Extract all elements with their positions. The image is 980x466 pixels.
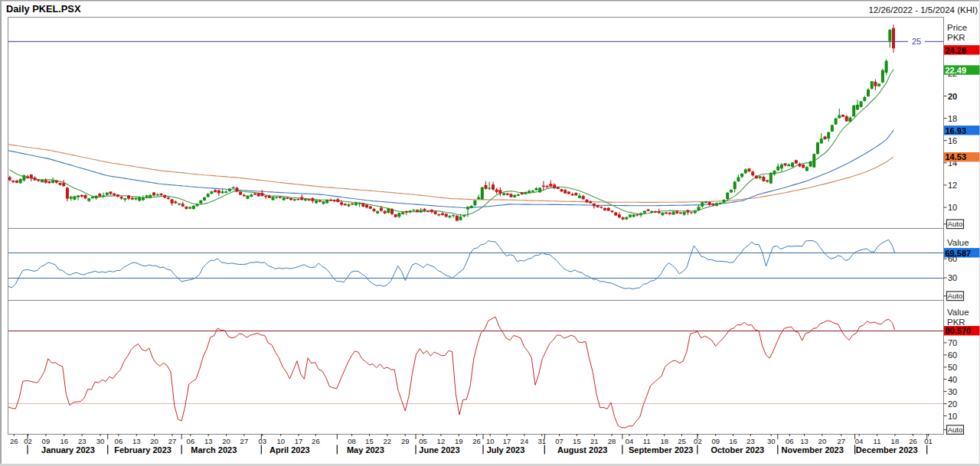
svg-text:30: 30	[948, 273, 957, 282]
svg-text:50: 50	[948, 363, 957, 372]
svg-text:09: 09	[711, 437, 720, 445]
svg-text:11: 11	[874, 437, 881, 445]
svg-text:60: 60	[948, 350, 957, 360]
svg-text:13: 13	[204, 437, 213, 445]
svg-text:70: 70	[948, 338, 957, 347]
svg-text:Price: Price	[947, 23, 967, 32]
svg-text:January 2023: January 2023	[41, 445, 95, 455]
svg-text:13: 13	[800, 437, 808, 445]
svg-text:17: 17	[295, 437, 303, 445]
svg-text:30: 30	[96, 437, 105, 445]
svg-text:22: 22	[384, 437, 392, 445]
svg-text:19: 19	[455, 437, 463, 445]
svg-text:20: 20	[150, 437, 158, 445]
svg-text:PKR: PKR	[947, 33, 965, 42]
svg-text:12: 12	[948, 181, 957, 190]
svg-text:06: 06	[786, 437, 794, 445]
svg-text:06: 06	[187, 437, 195, 445]
svg-text:18: 18	[891, 437, 900, 445]
svg-text:40: 40	[948, 375, 957, 384]
svg-text:24: 24	[521, 437, 529, 445]
svg-text:Value: Value	[947, 308, 969, 317]
svg-text:02: 02	[24, 437, 32, 445]
svg-text:22.49: 22.49	[946, 66, 967, 75]
svg-text:February 2023: February 2023	[114, 445, 172, 455]
svg-text:March 2023: March 2023	[191, 445, 237, 455]
svg-text:09: 09	[42, 437, 51, 445]
svg-text:20: 20	[222, 437, 230, 445]
svg-text:28: 28	[608, 437, 616, 445]
svg-text:July 2023: July 2023	[487, 445, 525, 455]
svg-text:14.53: 14.53	[946, 152, 967, 161]
svg-text:15: 15	[365, 437, 374, 445]
svg-text:12/26/2022 - 1/5/2024 (KHI): 12/26/2022 - 1/5/2024 (KHI)	[868, 5, 978, 15]
svg-text:Auto: Auto	[948, 292, 963, 300]
svg-text:May 2023: May 2023	[347, 445, 384, 455]
svg-text:27: 27	[837, 437, 845, 445]
svg-text:16: 16	[729, 437, 737, 445]
svg-text:18: 18	[660, 437, 668, 445]
svg-text:18: 18	[948, 114, 957, 123]
svg-text:Auto: Auto	[948, 425, 963, 434]
svg-text:27: 27	[240, 437, 249, 445]
svg-text:13: 13	[132, 437, 141, 445]
svg-text:26: 26	[472, 437, 481, 445]
svg-text:10: 10	[948, 203, 957, 212]
svg-text:30: 30	[948, 387, 957, 396]
svg-text:29: 29	[401, 437, 410, 445]
svg-text:15: 15	[573, 437, 581, 445]
svg-text:80.570: 80.570	[946, 326, 972, 335]
svg-text:06: 06	[115, 437, 123, 445]
svg-text:20: 20	[948, 399, 957, 409]
svg-text:December 2023: December 2023	[856, 445, 918, 455]
svg-text:05: 05	[419, 437, 427, 445]
svg-text:16: 16	[60, 437, 69, 445]
svg-text:23: 23	[78, 437, 87, 445]
svg-text:12: 12	[437, 437, 446, 445]
svg-text:08: 08	[348, 437, 356, 445]
svg-text:Daily PKEL.PSX: Daily PKEL.PSX	[6, 3, 81, 15]
svg-text:June 2023: June 2023	[419, 445, 459, 455]
svg-text:Value: Value	[947, 238, 969, 247]
svg-text:60: 60	[948, 254, 957, 263]
svg-text:26: 26	[909, 437, 917, 445]
svg-text:16.93: 16.93	[946, 126, 967, 135]
svg-text:17: 17	[503, 437, 511, 445]
svg-text:20: 20	[818, 437, 827, 445]
svg-text:03: 03	[259, 437, 267, 445]
svg-text:10: 10	[276, 437, 285, 445]
svg-text:October 2023: October 2023	[710, 445, 764, 455]
svg-text:20: 20	[948, 92, 957, 101]
svg-text:23: 23	[746, 437, 755, 445]
svg-text:27: 27	[168, 437, 177, 445]
svg-text:10: 10	[948, 412, 957, 421]
svg-text:26: 26	[10, 437, 18, 445]
svg-text:16: 16	[948, 136, 957, 145]
svg-text:21: 21	[590, 437, 599, 445]
svg-text:04: 04	[855, 437, 864, 445]
svg-text:Auto: Auto	[948, 220, 963, 228]
svg-text:25: 25	[912, 37, 921, 46]
svg-text:August 2023: August 2023	[557, 445, 607, 455]
svg-text:04: 04	[626, 437, 634, 445]
svg-text:April 2023: April 2023	[270, 445, 310, 455]
svg-text:10: 10	[486, 437, 495, 445]
svg-text:30: 30	[767, 437, 776, 445]
svg-text:01: 01	[924, 437, 933, 445]
svg-text:September 2023: September 2023	[629, 445, 693, 455]
svg-text:26: 26	[312, 437, 320, 445]
svg-text:11: 11	[643, 437, 651, 445]
svg-text:07: 07	[555, 437, 564, 445]
svg-text:24.28: 24.28	[946, 46, 967, 55]
svg-text:November 2023: November 2023	[782, 445, 844, 455]
svg-text:25: 25	[678, 437, 686, 445]
